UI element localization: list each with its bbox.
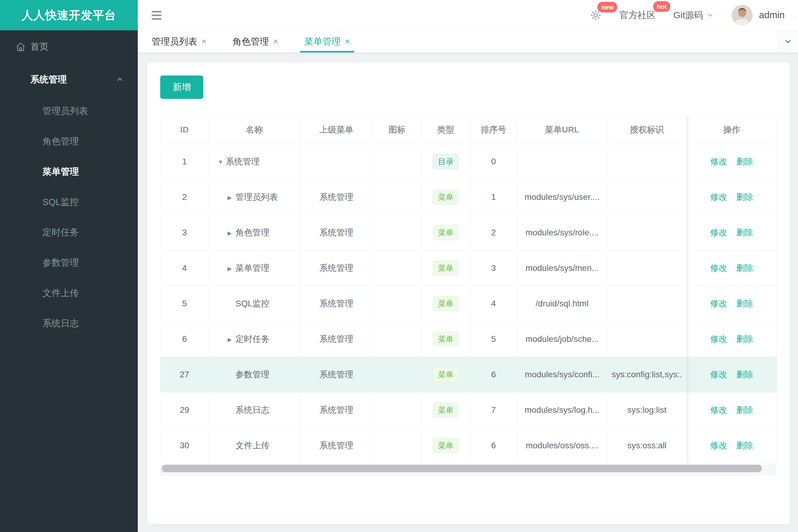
edit-link[interactable]: 修改 xyxy=(710,157,727,166)
tabs-dropdown-button[interactable] xyxy=(778,31,798,53)
sidebar-item[interactable]: 定时任务 xyxy=(0,217,138,247)
sidebar-item[interactable]: 菜单管理 xyxy=(0,156,138,187)
cell-parent: 系统管理 xyxy=(300,179,373,215)
cell-icon xyxy=(373,286,422,322)
type-tag: 目录 xyxy=(433,154,459,169)
type-tag: 菜单 xyxy=(433,296,459,311)
cell-sort: 2 xyxy=(470,215,517,250)
sidebar-item[interactable]: 参数管理 xyxy=(0,247,138,278)
table-row[interactable]: 1▼系统管理目录0修改删除 xyxy=(161,144,777,179)
expand-arrow-icon[interactable]: ▶ xyxy=(227,336,236,343)
table-row[interactable]: 5SQL监控系统管理菜单4/druid/sql.html修改删除 xyxy=(161,286,777,322)
menu-table: ID名称上级菜单图标类型排序号菜单URL授权标识操作 1▼系统管理目录0修改删除… xyxy=(160,116,777,463)
scrollbar-thumb[interactable] xyxy=(162,465,762,472)
cell-name: ▶管理员列表 xyxy=(209,179,300,215)
cell-actions: 修改删除 xyxy=(687,250,777,286)
cell-auth: sys:oss:all xyxy=(608,428,687,463)
cell-icon xyxy=(373,215,422,250)
table-row[interactable]: 29系统日志系统管理菜单7modules/sys/log.h...sys:log… xyxy=(161,393,777,428)
cell-url: modules/sys/confi... xyxy=(517,357,608,393)
cell-url: /druid/sql.html xyxy=(517,286,608,322)
horizontal-scrollbar[interactable] xyxy=(160,465,776,475)
username[interactable]: admin xyxy=(759,10,785,21)
edit-link[interactable]: 修改 xyxy=(710,334,727,344)
tab-label: 菜单管理 xyxy=(304,36,341,48)
cell-id: 3 xyxy=(161,215,209,250)
table-row[interactable]: 27参数管理系统管理菜单6modules/sys/confi...sys:con… xyxy=(161,357,777,393)
cell-auth xyxy=(608,322,687,357)
cell-id: 5 xyxy=(161,286,209,322)
table-row[interactable]: 30文件上传系统管理菜单6modules/oss/oss....sys:oss:… xyxy=(161,428,777,463)
tab-item[interactable]: 管理员列表× xyxy=(146,31,212,53)
expand-arrow-icon[interactable]: ▶ xyxy=(227,194,236,201)
delete-link[interactable]: 删除 xyxy=(737,192,754,202)
sidebar-item[interactable]: 文件上传 xyxy=(0,278,138,308)
expand-arrow-icon[interactable]: ▶ xyxy=(227,230,236,236)
edit-link[interactable]: 修改 xyxy=(710,405,727,415)
add-button[interactable]: 新增 xyxy=(160,76,203,99)
menu-name: 系统管理 xyxy=(226,157,260,166)
tab-item[interactable]: 角色管理× xyxy=(226,31,284,53)
edit-link[interactable]: 修改 xyxy=(710,441,727,450)
edit-link[interactable]: 修改 xyxy=(710,299,727,308)
cell-sort: 3 xyxy=(470,250,517,286)
user-menu[interactable]: admin xyxy=(732,5,785,25)
close-icon[interactable]: × xyxy=(273,37,278,46)
edit-link[interactable]: 修改 xyxy=(710,370,727,379)
cell-icon xyxy=(373,357,422,393)
type-tag: 菜单 xyxy=(433,367,459,382)
sidebar: 人人快速开发平台 首页 系统管理 管理员列表角色管理菜单管理SQL监控定时任务参… xyxy=(0,0,138,532)
tab-active[interactable]: 菜单管理× xyxy=(298,31,356,53)
cell-actions: 修改删除 xyxy=(687,286,777,322)
sidebar-item[interactable]: 角色管理 xyxy=(0,126,138,156)
new-badge: new xyxy=(597,2,617,13)
column-header: ID xyxy=(161,116,209,144)
cell-auth: sys:config:list,sys:. xyxy=(608,357,687,393)
avatar[interactable] xyxy=(732,5,753,25)
edit-link[interactable]: 修改 xyxy=(710,192,727,202)
sidebar-item-home[interactable]: 首页 xyxy=(0,30,138,63)
cell-id: 4 xyxy=(161,250,209,286)
cell-type: 菜单 xyxy=(422,428,470,463)
table-row[interactable]: 3▶角色管理系统管理菜单2modules/sys/role....修改删除 xyxy=(161,215,777,250)
delete-link[interactable]: 删除 xyxy=(737,405,754,415)
type-tag: 菜单 xyxy=(433,438,459,453)
community-label: 官方社区 xyxy=(619,9,656,21)
column-header: 授权标识 xyxy=(608,116,687,144)
delete-link[interactable]: 删除 xyxy=(737,334,754,344)
menu-name: SQL监控 xyxy=(236,299,270,308)
table-row[interactable]: 4▶菜单管理系统管理菜单3modules/sys/men...修改删除 xyxy=(161,250,777,286)
cell-icon xyxy=(373,179,422,215)
collapse-arrow-icon[interactable]: ▼ xyxy=(218,159,226,165)
sidebar-item[interactable]: 系统日志 xyxy=(0,308,138,339)
topbar: new 官方社区 hot Git源码 xyxy=(138,0,798,30)
close-icon[interactable]: × xyxy=(345,37,350,46)
cell-name: ▶菜单管理 xyxy=(209,250,300,286)
settings-button[interactable]: new xyxy=(590,9,602,21)
table-row[interactable]: 2▶管理员列表系统管理菜单1modules/sys/user....修改删除 xyxy=(161,179,777,215)
delete-link[interactable]: 删除 xyxy=(737,157,754,166)
delete-link[interactable]: 删除 xyxy=(737,370,754,379)
edit-link[interactable]: 修改 xyxy=(710,263,727,273)
menu-name: 参数管理 xyxy=(236,370,270,379)
edit-link[interactable]: 修改 xyxy=(710,228,727,237)
delete-link[interactable]: 删除 xyxy=(737,263,754,273)
cell-id: 29 xyxy=(161,393,209,428)
expand-arrow-icon[interactable]: ▶ xyxy=(227,265,236,272)
cell-parent: 系统管理 xyxy=(300,393,373,428)
column-header: 类型 xyxy=(422,116,470,144)
sidebar-item[interactable]: 管理员列表 xyxy=(0,96,138,126)
sidebar-group-system[interactable]: 系统管理 xyxy=(0,63,138,96)
sidebar-item[interactable]: SQL监控 xyxy=(0,187,138,217)
table-row[interactable]: 6▶定时任务系统管理菜单5modules/job/sche...修改删除 xyxy=(161,322,777,357)
community-link[interactable]: 官方社区 hot xyxy=(619,9,656,21)
close-icon[interactable]: × xyxy=(202,37,206,46)
menu-toggle-button[interactable] xyxy=(151,7,162,23)
delete-link[interactable]: 删除 xyxy=(737,441,754,450)
delete-link[interactable]: 删除 xyxy=(737,299,754,308)
column-header: 上级菜单 xyxy=(300,116,373,144)
git-source-dropdown[interactable]: Git源码 xyxy=(673,9,714,21)
sidebar-menu: 首页 系统管理 管理员列表角色管理菜单管理SQL监控定时任务参数管理文件上传系统… xyxy=(0,30,138,339)
cell-name: ▶定时任务 xyxy=(209,322,300,357)
delete-link[interactable]: 删除 xyxy=(737,228,754,237)
